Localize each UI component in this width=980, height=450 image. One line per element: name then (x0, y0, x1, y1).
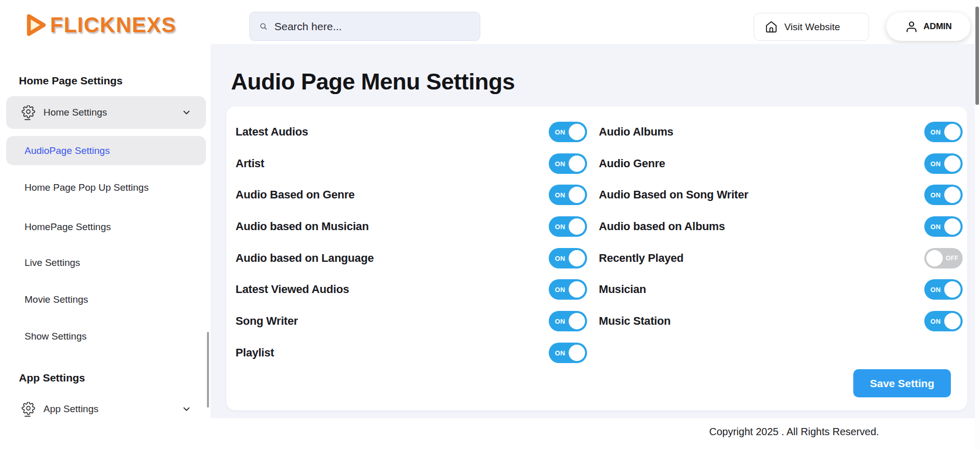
toggle-state-label: ON (555, 223, 565, 231)
sidebar-item-home-page-pop-up-settings[interactable]: Home Page Pop Up Settings (25, 181, 149, 194)
toggle-knob (926, 250, 943, 266)
toggle-audio-based-on-language[interactable]: ON (549, 248, 587, 268)
admin-menu-button[interactable]: ADMIN (886, 12, 970, 41)
setting-label-audio-based-on-albums: Audio based on Albums (599, 219, 725, 234)
chevron-down-icon (181, 404, 192, 414)
toggle-playlist[interactable]: ON (549, 343, 587, 363)
visit-website-button[interactable]: Visit Website (754, 13, 869, 41)
setting-label-playlist: Playlist (236, 345, 274, 361)
gear-icon (21, 105, 35, 120)
toggle-knob (569, 124, 585, 140)
setting-label-audio-based-on-genre: Audio Based on Genre (236, 187, 355, 202)
setting-label-audio-based-on-musician: Audio based on Musician (236, 219, 369, 234)
toggle-knob (569, 187, 585, 203)
setting-label-audio-albums: Audio Albums (599, 124, 673, 140)
toggle-knob (569, 250, 585, 266)
toggle-audio-genre[interactable]: ON (924, 153, 963, 174)
toggle-state-label: ON (555, 191, 565, 199)
toggle-state-label: ON (930, 160, 941, 168)
sidebar-item-live-settings[interactable]: Live Settings (25, 256, 80, 269)
sidebar-scrollbar[interactable] (207, 332, 209, 408)
toggle-knob (569, 345, 585, 361)
flicknexs-logo[interactable]: FLICKNEXS (22, 11, 176, 39)
toggle-knob (944, 124, 961, 140)
sidebar-item-show-settings[interactable]: Show Settings (25, 329, 86, 343)
toggle-knob (569, 313, 585, 329)
gear-icon (21, 402, 35, 417)
sidebar-section-app-settings: App Settings (19, 371, 85, 385)
setting-label-audio-based-on-song-writer: Audio Based on Song Writer (599, 187, 749, 202)
toggle-knob (944, 281, 961, 298)
search-box[interactable] (249, 12, 480, 41)
sidebar-section-home-page-settings: Home Page Settings (19, 74, 123, 88)
setting-label-song-writer: Song Writer (236, 313, 298, 329)
toggle-state-label: ON (930, 191, 941, 199)
toggle-state-label: ON (930, 286, 941, 294)
logo-text: FLICKNEXS (50, 13, 176, 37)
sidebar-item-movie-settings[interactable]: Movie Settings (25, 292, 88, 306)
toggle-song-writer[interactable]: ON (549, 311, 587, 331)
search-icon (260, 22, 267, 30)
toggle-knob (569, 281, 585, 298)
visit-website-label: Visit Website (784, 21, 840, 33)
toggle-knob (944, 187, 961, 203)
setting-label-audio-genre: Audio Genre (599, 156, 665, 171)
window-scrollbar-thumb[interactable] (975, 7, 979, 105)
window-scrollbar-track (975, 0, 980, 450)
setting-label-latest-viewed-audios: Latest Viewed Audios (236, 282, 349, 297)
setting-label-artist: Artist (236, 156, 264, 171)
toggle-state-label: ON (555, 128, 565, 136)
toggle-state-label: ON (555, 349, 565, 357)
footer: Copyright 2025 . All Rights Reserved. (0, 418, 980, 450)
setting-label-latest-audios: Latest Audios (236, 124, 308, 140)
toggle-audio-albums[interactable]: ON (924, 122, 963, 142)
save-setting-button[interactable]: Save Setting (853, 369, 951, 397)
toggle-audio-based-on-genre[interactable]: ON (549, 185, 587, 205)
play-icon (22, 11, 48, 39)
chevron-down-icon (181, 107, 192, 118)
top-header: FLICKNEXS Visit Website ADMIN (0, 0, 980, 44)
sidebar-item-label: Home Settings (43, 107, 107, 118)
toggle-state-label: ON (555, 255, 565, 262)
toggle-audio-based-on-song-writer[interactable]: ON (924, 185, 963, 205)
setting-label-music-station: Music Station (599, 313, 670, 329)
page-title: Audio Page Menu Settings (231, 69, 515, 95)
toggle-recently-played[interactable]: OFF (924, 248, 963, 268)
copyright-text: Copyright 2025 . All Rights Reserved. (709, 426, 879, 438)
toggle-state-label: ON (555, 160, 565, 168)
toggle-latest-audios[interactable]: ON (549, 122, 587, 142)
sidebar-active-link-label: AudioPage Settings (25, 145, 110, 156)
setting-label-recently-played: Recently Played (599, 251, 684, 266)
toggle-music-station[interactable]: ON (924, 311, 963, 331)
sidebar-item-home-settings[interactable]: Home Settings (6, 96, 206, 129)
toggle-state-label: ON (555, 318, 565, 325)
toggle-knob (569, 218, 585, 235)
sidebar-item-homepage-settings[interactable]: HomePage Settings (25, 220, 111, 234)
toggle-knob (944, 218, 961, 235)
user-icon (905, 20, 918, 33)
toggle-state-label: ON (555, 286, 565, 294)
toggle-state-label: OFF (946, 255, 959, 262)
toggle-state-label: ON (930, 128, 941, 136)
home-icon (765, 20, 778, 33)
toggle-knob (944, 313, 961, 329)
search-input[interactable] (267, 20, 480, 33)
sidebar: Home Page Settings Home Settings AudioPa… (0, 44, 211, 450)
toggle-audio-based-on-musician[interactable]: ON (549, 216, 587, 237)
toggle-latest-viewed-audios[interactable]: ON (549, 279, 587, 300)
toggle-state-label: ON (930, 223, 941, 231)
setting-label-musician: Musician (599, 282, 646, 297)
toggle-artist[interactable]: ON (549, 153, 587, 174)
setting-label-audio-based-on-language: Audio based on Language (236, 251, 374, 266)
admin-label: ADMIN (923, 21, 952, 32)
toggle-knob (944, 155, 961, 172)
toggle-musician[interactable]: ON (924, 279, 963, 300)
toggle-knob (569, 155, 585, 172)
sidebar-item-label: App Settings (43, 403, 99, 415)
toggle-audio-based-on-albums[interactable]: ON (924, 216, 963, 237)
toggle-state-label: ON (930, 318, 941, 325)
sidebar-item-audiopage-settings[interactable]: AudioPage Settings (6, 136, 206, 165)
